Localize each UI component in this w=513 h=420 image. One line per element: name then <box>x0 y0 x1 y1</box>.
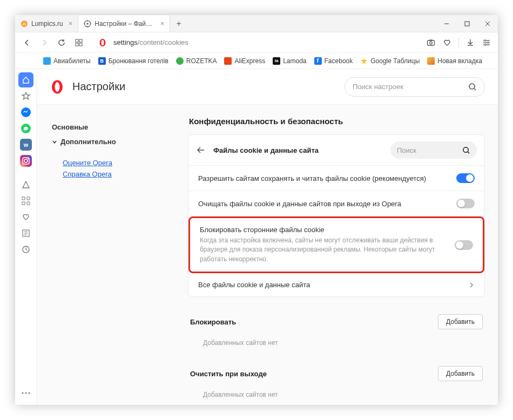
card-search-input[interactable]: Поиск <box>390 141 477 159</box>
svg-rect-34 <box>20 155 32 167</box>
rail-vk-icon[interactable]: w <box>18 137 33 152</box>
bookmark-item[interactable]: ROZETKA <box>173 57 220 65</box>
bookmark-icon <box>360 57 368 65</box>
bookmark-item[interactable]: fFacebook <box>311 57 356 65</box>
svg-rect-13 <box>76 43 78 46</box>
svg-point-51 <box>55 82 60 92</box>
section-title: Конфиденциальность и безопасность <box>188 117 485 126</box>
card-title: Файлы cookie и данные сайта <box>213 146 319 154</box>
rail-star-icon[interactable] <box>18 89 33 104</box>
nav-rate-link[interactable]: Оцените Opera <box>63 159 188 167</box>
rail-heart-icon[interactable] <box>18 209 33 225</box>
maximize-button[interactable] <box>457 15 477 32</box>
cookies-card: Файлы cookie и данные сайта Поиск Разреш… <box>188 134 485 297</box>
row-clear-on-exit: Очищать файлы cookie и данные сайтов при… <box>188 191 484 216</box>
tab-label: Настройки – Файлы cookie <box>94 20 154 28</box>
lumpics-favicon <box>21 20 28 28</box>
rail-news-icon[interactable] <box>18 226 33 241</box>
snapshot-icon[interactable] <box>424 36 438 50</box>
rail-home-icon[interactable] <box>18 72 33 87</box>
bookmark-item[interactable]: Google Таблицы <box>357 57 423 65</box>
nav-help-link[interactable]: Справка Opera <box>63 170 188 178</box>
bookmark-item[interactable]: laLamoda <box>269 57 309 65</box>
row-all-cookies[interactable]: Все файлы cookie и данные сайта <box>188 273 484 296</box>
search-icon <box>468 83 477 91</box>
nav-back-button[interactable] <box>19 35 35 50</box>
close-tab-icon[interactable]: × <box>69 19 73 28</box>
rail-history-icon[interactable] <box>18 242 33 257</box>
easy-setup-icon[interactable] <box>480 36 494 50</box>
url-field[interactable]: settings/content/cookies <box>109 38 422 46</box>
close-tab-icon[interactable]: × <box>160 19 165 28</box>
sidebar-rail: w <box>15 69 37 405</box>
chevron-down-icon <box>52 139 57 145</box>
clear-empty-text: Добавленных сайтов нет <box>188 385 485 405</box>
svg-point-16 <box>102 40 104 45</box>
rail-flow-icon[interactable] <box>18 177 33 192</box>
nav-advanced[interactable]: Дополнительно <box>52 134 188 149</box>
svg-rect-39 <box>27 197 30 200</box>
svg-point-25 <box>484 39 486 41</box>
search-icon <box>462 146 470 154</box>
rail-instagram-icon[interactable] <box>18 153 33 168</box>
bookmark-heart-icon[interactable] <box>440 36 454 50</box>
bookmark-item[interactable]: Авиабилеты <box>40 57 94 65</box>
speed-dial-button[interactable] <box>71 35 86 50</box>
titlebar: Lumpics.ru × Настройки – Файлы cookie × … <box>15 15 498 32</box>
svg-rect-19 <box>429 39 433 40</box>
bookmark-item[interactable]: Новая вкладка <box>424 57 485 65</box>
new-tab-button[interactable]: + <box>170 15 187 32</box>
chevron-right-icon <box>468 282 475 288</box>
rail-messenger-icon[interactable] <box>18 105 33 120</box>
svg-point-48 <box>25 392 26 394</box>
reload-button[interactable] <box>54 35 69 50</box>
clear-add-button[interactable]: Добавить <box>438 366 483 381</box>
svg-line-56 <box>468 152 469 153</box>
svg-line-53 <box>474 89 476 90</box>
toggle-block-thirdparty[interactable] <box>455 240 473 250</box>
toggle-clear-on-exit[interactable] <box>456 199 475 208</box>
nav-basic[interactable]: Основные <box>52 120 188 134</box>
row-block-thirdparty: Блокировать сторонние файлы cookie Когда… <box>188 216 484 273</box>
svg-point-18 <box>430 42 433 44</box>
svg-text:w: w <box>23 141 28 148</box>
svg-rect-11 <box>76 39 78 42</box>
rail-speeddial-icon[interactable] <box>18 193 33 208</box>
tab-settings[interactable]: Настройки – Файлы cookie × <box>78 15 170 32</box>
block-section-title: Блокировать <box>190 318 236 326</box>
settings-content: Конфиденциальность и безопасность Файлы … <box>188 105 498 405</box>
svg-rect-8 <box>465 22 469 26</box>
settings-nav: Основные Дополнительно Оцените Opera Спр… <box>37 105 188 405</box>
opera-url-icon <box>98 38 107 47</box>
bookmark-icon <box>224 57 232 65</box>
bookmark-icon <box>176 57 184 65</box>
nav-forward-button[interactable] <box>37 35 52 50</box>
settings-title: Настройки <box>72 80 125 93</box>
svg-rect-40 <box>22 202 25 205</box>
svg-point-49 <box>28 392 30 394</box>
rail-whatsapp-icon[interactable] <box>18 121 33 136</box>
block-add-button[interactable]: Добавить <box>438 314 483 329</box>
svg-marker-28 <box>361 58 367 64</box>
back-arrow-icon[interactable] <box>196 145 206 155</box>
settings-search-input[interactable]: Поиск настроек <box>345 77 485 97</box>
bookmark-item[interactable]: BБронювання готелів <box>95 57 172 65</box>
bookmark-icon: la <box>273 57 280 65</box>
minimize-button[interactable] <box>436 15 457 32</box>
close-window-button[interactable] <box>477 15 498 32</box>
svg-rect-12 <box>79 39 82 42</box>
address-bar: settings/content/cookies <box>15 32 498 53</box>
bookmark-item[interactable]: AliExpress <box>221 57 268 65</box>
gear-favicon <box>84 20 91 28</box>
tab-lumpics[interactable]: Lumpics.ru × <box>15 15 78 32</box>
svg-point-47 <box>22 392 23 394</box>
bookmarks-bar: Авиабилеты BБронювання готелів ROZETKA A… <box>15 53 498 69</box>
svg-rect-14 <box>79 43 82 46</box>
clear-section-title: Очистить при выходе <box>190 370 267 378</box>
toggle-allow-cookies[interactable] <box>456 173 475 183</box>
block-empty-text: Добавленных сайтов нет <box>188 334 485 356</box>
downloads-icon[interactable] <box>463 36 477 50</box>
bookmark-icon <box>43 57 51 65</box>
rail-more-icon[interactable] <box>18 385 33 401</box>
svg-rect-38 <box>22 197 25 200</box>
